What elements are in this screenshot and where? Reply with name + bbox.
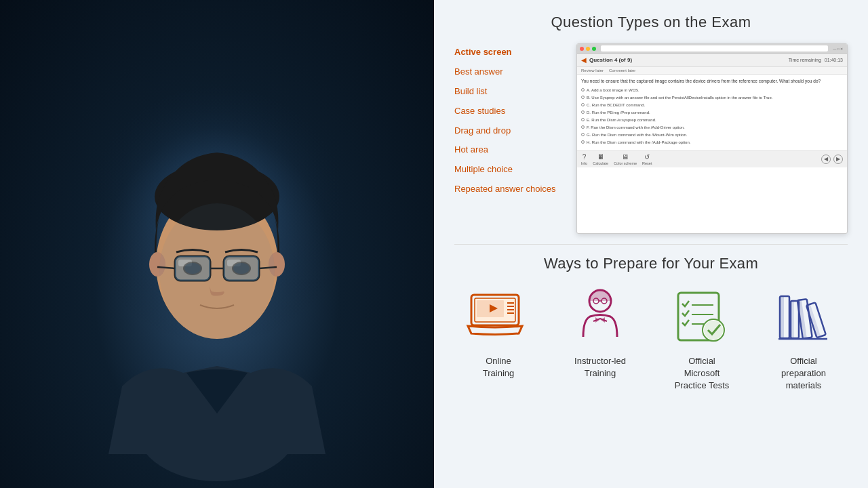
photo-panel: [0, 0, 434, 488]
mockup-min-dot: [586, 47, 590, 51]
photo-overlay: [0, 0, 434, 488]
prep-materials-icon: [773, 286, 834, 347]
mockup-answer-a: A. Add a boot image in WDS.: [581, 87, 843, 94]
question-types-section: Question Types on the Exam Active screen…: [434, 0, 868, 244]
person-illustration: [81, 34, 353, 454]
mockup-question-header: ◀ Question 4 (of 9) Time remaining 01:40…: [577, 54, 847, 67]
online-training-label: OnlineTraining: [483, 355, 514, 380]
prep-item-instructor-led: Instructor-ledTraining: [559, 286, 641, 380]
question-type-list: Active screen Best answer Build list Cas…: [454, 43, 563, 234]
mockup-radio-h: [581, 140, 585, 144]
question-type-active-screen[interactable]: Active screen: [454, 47, 563, 58]
mockup-question-number: Question 4 (of 9): [589, 57, 632, 63]
mockup-max-dot: [592, 47, 596, 51]
mockup-comment-later: Comment later: [609, 68, 635, 73]
mockup-answer-g: G. Run the Dism command with the /Mount-…: [581, 132, 843, 138]
mockup-calculate-icon: 🖩 Calculate: [593, 153, 608, 165]
question-type-drag-drop[interactable]: Drag and drop: [454, 125, 563, 137]
mockup-body: You need to ensure that the captured ima…: [577, 75, 847, 150]
mockup-time-label: Time remaining: [789, 58, 821, 62]
mockup-nav-arrows: ◀ ▶: [821, 155, 843, 164]
question-type-hot-area[interactable]: Hot area: [454, 144, 563, 156]
mockup-radio-c: [581, 103, 585, 106]
content-panel: Question Types on the Exam Active screen…: [434, 0, 868, 488]
svg-point-19: [159, 203, 275, 339]
mockup-radio-d: [581, 110, 585, 114]
prep-item-practice-tests: OfficialMicrosoftPractice Tests: [661, 286, 743, 392]
practice-tests-label: OfficialMicrosoftPractice Tests: [675, 355, 730, 392]
instructor-led-label: Instructor-ledTraining: [574, 355, 626, 380]
question-type-multiple-choice[interactable]: Multiple choice: [454, 164, 563, 176]
mockup-radio-a: [581, 88, 585, 92]
online-training-icon: [468, 286, 529, 347]
ways-to-prepare-title: Ways to Prepare for Your Exam: [448, 255, 854, 272]
mockup-back-icon: ◀: [581, 56, 587, 64]
question-type-build-list[interactable]: Build list: [454, 86, 563, 98]
mockup-timer-area: Time remaining 01:40:13: [789, 58, 843, 62]
svg-point-37: [704, 321, 723, 340]
mockup-radio-g: [581, 133, 585, 136]
question-types-content: Active screen Best answer Build list Cas…: [454, 43, 848, 234]
prep-items-container: OnlineTraining: [448, 286, 854, 475]
mockup-answer-f: F. Run the Dism command with the /Add-Dr…: [581, 125, 843, 131]
mockup-answer-c: C. Run the BCDEDIT command.: [581, 102, 843, 108]
ways-to-prepare-section: Ways to Prepare for Your Exam: [434, 245, 868, 489]
mockup-answer-d: D. Run the PEimg /Prep command.: [581, 110, 843, 116]
practice-tests-icon: [671, 286, 732, 347]
prep-materials-label: Officialpreparationmaterials: [781, 355, 826, 392]
question-type-best-answer[interactable]: Best answer: [454, 66, 563, 78]
mockup-nav-bar: Review later Comment later: [577, 67, 847, 75]
instructor-led-icon: [570, 286, 631, 347]
mockup-titlebar: — □ ✕: [577, 44, 847, 54]
mockup-controls: — □ ✕: [833, 47, 843, 51]
mockup-footer: ? Info 🖩 Calculate 🖥 Color scheme ↺: [577, 150, 847, 167]
mockup-header-left: ◀ Question 4 (of 9): [581, 56, 632, 64]
mockup-color-scheme-icon: 🖥 Color scheme: [614, 153, 637, 165]
mockup-answer-h: H. Run the Dism command with the /Add-Pa…: [581, 140, 843, 146]
question-type-repeated-answer[interactable]: Repeated answer choices: [454, 184, 563, 195]
mockup-address-bar: [601, 45, 828, 52]
mockup-reset-icon: ↺ Reset: [642, 153, 652, 165]
mockup-answer-b: B. Use Sysprep with an answer file and s…: [581, 95, 843, 101]
exam-mockup: — □ ✕ ◀ Question 4 (of 9) Time remaining…: [576, 43, 848, 234]
prep-item-prep-materials: Officialpreparationmaterials: [763, 286, 844, 392]
mockup-answer-e: E. Run the Dism /e:sysprep command.: [581, 117, 843, 123]
mockup-info-icon: ? Info: [581, 153, 587, 165]
svg-rect-41: [791, 302, 794, 338]
mockup-next-button[interactable]: ▶: [833, 155, 843, 164]
mockup-radio-b: [581, 96, 585, 99]
mockup-radio-e: [581, 118, 585, 121]
mockup-time-value: 01:40:13: [825, 58, 843, 62]
mockup-radio-f: [581, 125, 585, 129]
mockup-prev-button[interactable]: ◀: [821, 155, 831, 164]
question-types-title: Question Types on the Exam: [454, 14, 848, 31]
prep-item-online-training: OnlineTraining: [458, 286, 539, 380]
svg-rect-39: [781, 297, 784, 338]
mockup-review-later: Review later: [581, 68, 604, 73]
question-type-case-studies[interactable]: Case studies: [454, 106, 563, 117]
mockup-footer-icons: ? Info 🖩 Calculate 🖥 Color scheme ↺: [581, 153, 652, 165]
mockup-close-dot: [580, 47, 584, 51]
mockup-question-text: You need to ensure that the captured ima…: [581, 78, 843, 85]
